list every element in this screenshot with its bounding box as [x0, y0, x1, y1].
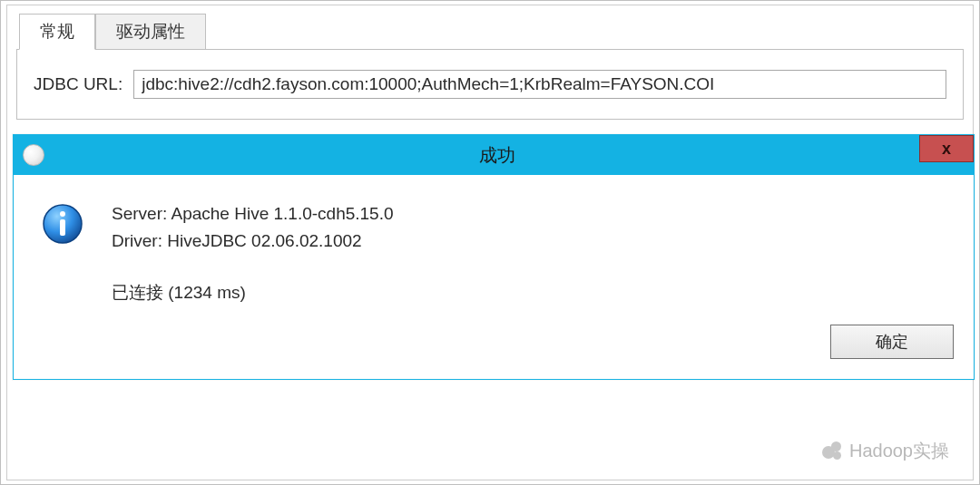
dialog-footer: 确定 — [14, 325, 974, 379]
tab-strip: 常规 驱动属性 — [19, 13, 964, 49]
connected-line: 已连接 (1234 ms) — [112, 279, 394, 306]
close-icon: x — [942, 140, 951, 159]
info-icon — [41, 202, 84, 246]
server-line: Server: Apache Hive 1.1.0-cdh5.15.0 — [112, 200, 394, 228]
tab-panel-general: JDBC URL: — [16, 49, 964, 120]
dialog-message: Server: Apache Hive 1.1.0-cdh5.15.0 Driv… — [112, 200, 394, 306]
app-icon — [23, 144, 44, 166]
ok-button[interactable]: 确定 — [830, 325, 954, 359]
driver-line: Driver: HiveJDBC 02.06.02.1002 — [112, 228, 394, 255]
dialog-title: 成功 — [44, 143, 950, 168]
tab-general[interactable]: 常规 — [19, 14, 95, 50]
success-dialog: 成功 x Server: Apache Hive 1.1.0-cdh5. — [13, 134, 975, 380]
jdbc-url-input[interactable] — [133, 70, 946, 99]
dialog-body: Server: Apache Hive 1.1.0-cdh5.15.0 Driv… — [14, 175, 974, 325]
jdbc-url-label: JDBC URL: — [34, 74, 122, 94]
svg-point-1 — [60, 211, 65, 217]
close-button[interactable]: x — [919, 135, 974, 162]
tab-driver-properties[interactable]: 驱动属性 — [95, 14, 206, 50]
dialog-titlebar[interactable]: 成功 x — [14, 135, 974, 175]
jdbc-url-row: JDBC URL: — [34, 70, 946, 99]
svg-rect-2 — [60, 219, 65, 236]
